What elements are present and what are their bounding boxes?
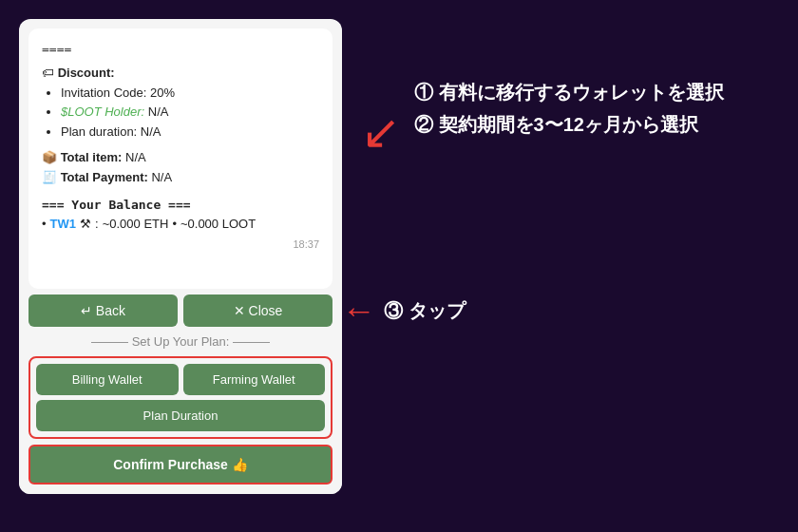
step3-label: ③ タップ: [384, 300, 466, 321]
equals-line: ====: [42, 40, 319, 60]
wallet-line: • TW1 ⚒ : ~0.000 ETH • ~0.000 LOOT: [42, 215, 319, 235]
receipt-emoji: 🧾: [42, 170, 57, 184]
farming-wallet-button[interactable]: Farming Wallet: [183, 364, 326, 395]
step3-text: ③ タップ: [384, 298, 466, 324]
confirm-purchase-button[interactable]: Confirm Purchase 👍: [28, 445, 332, 484]
annotation-steps: ① 有料に移行するウォレットを選択 ② 契約期間を3〜12ヶ月から選択: [414, 76, 724, 141]
total-payment-label: Total Payment:: [61, 170, 148, 184]
main-container: ==== 🏷 Discount: Invitation Code: 20% $L…: [0, 0, 798, 532]
loot-balance: ~0.000 LOOT: [180, 215, 256, 235]
chat-content: ==== 🏷 Discount: Invitation Code: 20% $L…: [28, 28, 332, 289]
total-item-label: Total item:: [61, 150, 123, 164]
balance-title: === Your Balance ===: [42, 196, 319, 216]
setup-label: ——— Set Up Your Plan: ———: [28, 334, 332, 349]
discount-emoji: 🏷: [42, 66, 54, 80]
eth-value: ~0.000 ETH: [103, 215, 169, 235]
left-arrow-icon: ←: [342, 291, 376, 331]
balance-section: === Your Balance ===: [42, 196, 319, 216]
plan-duration-button[interactable]: Plan Duration: [36, 400, 325, 431]
bullet: •: [42, 215, 47, 235]
wallet-label: TW1: [50, 215, 76, 235]
buttons-area: ↵ Back ✕ Close ——— Set Up Your Plan: ———…: [19, 289, 342, 494]
separator: :: [95, 215, 99, 235]
billing-wallet-button[interactable]: Billing Wallet: [36, 364, 179, 395]
wrench-icon: ⚒: [80, 215, 91, 235]
chat-card: ==== 🏷 Discount: Invitation Code: 20% $L…: [19, 19, 342, 494]
setup-label-text: ——— Set Up Your Plan: ———: [91, 334, 270, 349]
wallet-row: Billing Wallet Farming Wallet: [36, 364, 325, 395]
box-emoji: 📦: [42, 150, 57, 164]
loot-text: $LOOT Holder:: [61, 104, 144, 119]
step3-container: ← ③ タップ: [342, 291, 779, 331]
discount-label: Discount:: [58, 66, 115, 80]
timestamp: 18:37: [42, 235, 319, 257]
list-item-duration: Plan duration: N/A: [61, 123, 319, 142]
list-item-invitation: Invitation Code: 20%: [61, 84, 319, 104]
plan-buttons-container: Billing Wallet Farming Wallet Plan Durat…: [28, 356, 332, 439]
total-payment-line: 🧾 Total Payment: N/A: [42, 168, 319, 188]
close-button[interactable]: ✕ Close: [183, 294, 332, 327]
total-item-line: 📦 Total item: N/A: [42, 148, 319, 168]
dot-separator: •: [172, 215, 177, 235]
down-arrow-icon: ↙: [361, 104, 401, 160]
list-item-loot: $LOOT Holder: N/A: [61, 103, 319, 123]
arrow-annotation: ↙ ① 有料に移行するウォレットを選択 ② 契約期間を3〜12ヶ月から選択: [361, 76, 779, 160]
back-close-row: ↵ Back ✕ Close: [28, 294, 332, 327]
back-button[interactable]: ↵ Back: [28, 294, 178, 327]
total-item-value: N/A: [125, 150, 146, 164]
annotation-area: ↙ ① 有料に移行するウォレットを選択 ② 契約期間を3〜12ヶ月から選択 ← …: [361, 19, 779, 331]
total-payment-value: N/A: [151, 170, 172, 184]
step1-text: ① 有料に移行するウォレットを選択: [414, 76, 724, 108]
discount-list: Invitation Code: 20% $LOOT Holder: N/A P…: [42, 84, 319, 142]
step2-text: ② 契約期間を3〜12ヶ月から選択: [414, 108, 724, 141]
